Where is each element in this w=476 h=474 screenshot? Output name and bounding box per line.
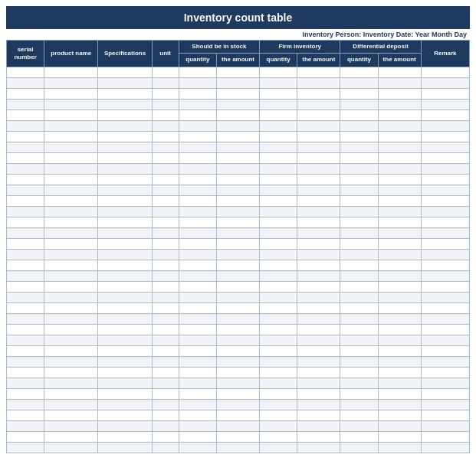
table-cell <box>7 99 44 110</box>
table-row <box>7 142 470 152</box>
table-cell <box>297 388 340 399</box>
table-cell <box>340 302 378 313</box>
table-cell <box>421 313 469 324</box>
col-header-firm-amt: the amount <box>297 54 340 67</box>
table-cell <box>378 195 421 206</box>
table-cell <box>179 335 216 345</box>
table-row <box>7 227 470 238</box>
table-cell <box>421 110 469 120</box>
table-cell <box>340 88 378 99</box>
table-cell <box>260 292 297 302</box>
table-cell <box>98 399 152 410</box>
table-cell <box>378 217 421 227</box>
col-header-diff-group: Differential deposit <box>340 41 421 54</box>
table-cell <box>98 431 152 442</box>
col-header-diff-qty: quantity <box>340 54 378 67</box>
table-cell <box>421 270 469 281</box>
table-cell <box>378 420 421 431</box>
table-cell <box>152 431 179 442</box>
table-cell <box>98 131 152 142</box>
table-cell <box>421 174 469 185</box>
table-cell <box>216 281 259 292</box>
table-cell <box>340 292 378 302</box>
table-cell <box>98 88 152 99</box>
table-cell <box>421 163 469 174</box>
table-cell <box>152 281 179 292</box>
table-row <box>7 378 470 388</box>
table-cell <box>179 238 216 249</box>
table-cell <box>340 238 378 249</box>
table-cell <box>216 110 259 120</box>
table-cell <box>98 324 152 335</box>
table-cell <box>297 185 340 195</box>
table-cell <box>378 77 421 88</box>
table-cell <box>98 238 152 249</box>
table-cell <box>421 335 469 345</box>
table-cell <box>340 227 378 238</box>
table-cell <box>98 227 152 238</box>
table-cell <box>421 420 469 431</box>
table-cell <box>98 77 152 88</box>
table-cell <box>44 77 98 88</box>
col-header-should-qty: quantity <box>179 54 216 67</box>
table-cell <box>260 388 297 399</box>
table-cell <box>98 249 152 260</box>
table-cell <box>152 88 179 99</box>
table-cell <box>152 292 179 302</box>
table-cell <box>297 174 340 185</box>
table-cell <box>152 313 179 324</box>
table-cell <box>216 206 259 217</box>
table-cell <box>216 260 259 270</box>
table-cell <box>179 88 216 99</box>
table-cell <box>44 131 98 142</box>
table-cell <box>421 356 469 367</box>
table-cell <box>44 152 98 163</box>
col-header-diff-amt: the amount <box>378 54 421 67</box>
table-cell <box>297 356 340 367</box>
table-cell <box>378 292 421 302</box>
table-cell <box>421 77 469 88</box>
table-cell <box>297 238 340 249</box>
table-cell <box>216 131 259 142</box>
table-cell <box>7 442 44 453</box>
table-cell <box>340 313 378 324</box>
col-header-unit: unit <box>152 41 179 67</box>
table-cell <box>340 249 378 260</box>
table-row <box>7 367 470 378</box>
table-cell <box>44 185 98 195</box>
table-cell <box>98 206 152 217</box>
table-cell <box>179 142 216 152</box>
table-cell <box>340 420 378 431</box>
table-cell <box>216 292 259 302</box>
table-cell <box>260 345 297 356</box>
table-cell <box>340 131 378 142</box>
table-cell <box>340 217 378 227</box>
col-header-product: product name <box>44 41 98 67</box>
table-cell <box>260 399 297 410</box>
table-cell <box>421 217 469 227</box>
table-row <box>7 152 470 163</box>
table-cell <box>340 356 378 367</box>
table-cell <box>297 249 340 260</box>
table-cell <box>44 163 98 174</box>
table-cell <box>297 345 340 356</box>
table-cell <box>340 378 378 388</box>
table-cell <box>98 185 152 195</box>
table-cell <box>421 195 469 206</box>
table-cell <box>340 270 378 281</box>
table-cell <box>260 281 297 292</box>
table-cell <box>216 185 259 195</box>
table-row <box>7 163 470 174</box>
table-cell <box>421 185 469 195</box>
table-cell <box>179 131 216 142</box>
table-cell <box>98 260 152 270</box>
table-cell <box>44 420 98 431</box>
table-cell <box>260 335 297 345</box>
table-cell <box>7 152 44 163</box>
table-cell <box>421 238 469 249</box>
table-cell <box>297 131 340 142</box>
table-row <box>7 99 470 110</box>
table-cell <box>152 238 179 249</box>
table-cell <box>421 206 469 217</box>
table-cell <box>179 270 216 281</box>
